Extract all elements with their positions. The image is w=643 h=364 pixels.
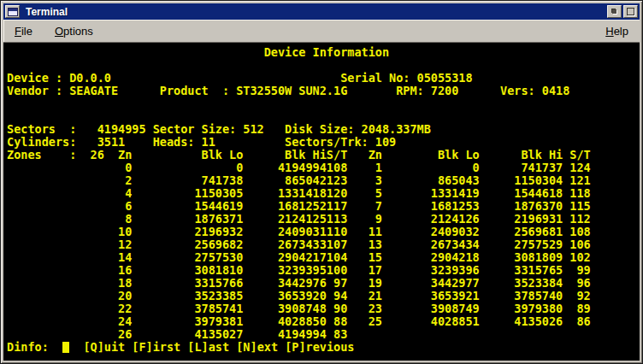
terminal-app-icon [8, 8, 18, 16]
terminal-line [7, 97, 640, 110]
terminal-line: 2 741738 865042123 3 865043 1150304 121 [7, 174, 640, 187]
terminal-line: 10 2196932 2409031110 11 2409032 2569681… [7, 226, 640, 238]
menubar: File Options Help [3, 20, 640, 43]
terminal-line: Device Information [7, 46, 640, 59]
terminal-line [7, 110, 640, 123]
titlebar[interactable]: Terminal [3, 3, 640, 20]
terminal-line: Vendor : SEAGATE Product : ST32550W SUN2… [7, 85, 640, 97]
window-menu-button[interactable] [5, 5, 20, 18]
terminal-line: 4 1150305 1331418120 5 1331419 1544618 1… [7, 187, 640, 200]
terminal-line: 22 3785741 3908748 90 23 3908749 3979380… [7, 302, 640, 315]
terminal-line: 20 3523385 3653920 94 21 3653921 3785740… [7, 290, 640, 302]
terminal-lines: Device Information Device : D0.0.0 Seria… [7, 46, 640, 341]
window-title: Terminal [26, 6, 605, 18]
terminal-window: Terminal File Options Help Device Inform… [0, 0, 643, 364]
prompt-line: Dinfo: [Q]uit [F]irst [L]ast [N]ext [P]r… [7, 341, 640, 354]
terminal-line: 8 1876371 2124125113 9 2124126 2196931 1… [7, 213, 640, 226]
minimize-button[interactable] [607, 5, 622, 18]
prompt-spacer [49, 340, 62, 354]
terminal-line: 26 4135027 4194994 83 [7, 328, 640, 341]
minimize-icon [612, 9, 616, 14]
terminal-line: 6 1544619 1681252117 7 1681253 1876370 1… [7, 200, 640, 213]
terminal-line: 0 0 4194994108 1 0 741737 124 [7, 161, 640, 174]
terminal-screen[interactable]: Device Information Device : D0.0.0 Seria… [3, 43, 640, 361]
terminal-line [7, 59, 640, 72]
terminal-line: 12 2569682 2673433107 13 2673434 2757529… [7, 238, 640, 251]
prompt-label: Dinfo: [7, 340, 49, 354]
terminal-line: Zones : 26 Zn Blk Lo Blk HiS/T Zn Blk Lo… [7, 149, 640, 161]
prompt-spacer-2 [69, 340, 83, 354]
terminal-line: Sectors : 4194995 Sector Size: 512 Disk … [7, 123, 640, 136]
terminal-line: 16 3081810 3239395100 17 3239396 3315765… [7, 264, 640, 277]
prompt-hint: [Q]uit [F]irst [L]ast [N]ext [P]revious [83, 340, 354, 354]
terminal-line: Device : D0.0.0 Serial No: 05055318 [7, 72, 640, 85]
menu-item-options[interactable]: Options [55, 25, 93, 38]
terminal-line: 18 3315766 3442976 97 19 3442977 3523384… [7, 277, 640, 290]
maximize-button[interactable] [623, 5, 638, 18]
menu-item-file[interactable]: File [15, 25, 32, 38]
menu-item-help[interactable]: Help [605, 25, 628, 38]
maximize-icon [627, 8, 634, 15]
text-cursor[interactable] [62, 342, 69, 353]
terminal-line: 14 2757530 2904217104 15 2904218 3081809… [7, 251, 640, 264]
terminal-line: Cylinders: 3511 Heads: 11 Sectors/Trk: 1… [7, 136, 640, 149]
terminal-line: 24 3979381 4028850 88 25 4028851 4135026… [7, 315, 640, 328]
